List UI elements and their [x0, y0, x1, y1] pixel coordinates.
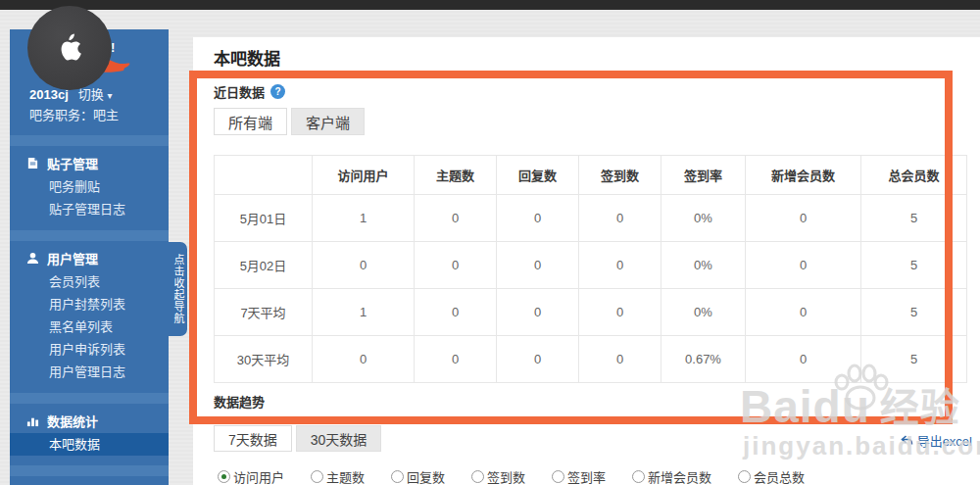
- role-label: 吧务职务：吧主: [29, 105, 119, 123]
- row-label: 5月01日: [215, 195, 313, 242]
- sidebar-item-delete-posts[interactable]: 吧务删贴: [10, 175, 169, 198]
- client-tabs: 所有端 客户端: [214, 108, 365, 135]
- cell: 0: [746, 195, 861, 242]
- top-bar: [0, 0, 980, 10]
- cell: 0.67%: [662, 336, 746, 383]
- cell: 0: [497, 336, 579, 383]
- cell: 1: [313, 195, 415, 242]
- cell: 0: [497, 242, 579, 289]
- sidebar-item-post-management[interactable]: 贴子管理: [10, 151, 169, 175]
- export-arrow-icon: [901, 435, 913, 447]
- radio-icon: [552, 470, 564, 483]
- table-row: 7天平均 1 0 0 0 0% 0 5: [215, 289, 967, 336]
- cell: 0: [415, 195, 497, 242]
- sidebar: 你好! 2013cj切换 ▾ 吧务职务：吧主 贴子管理 吧务删贴 贴子管理日志 …: [10, 29, 169, 485]
- sidebar-section-users: 用户管理 会员列表 用户封禁列表 黑名单列表 用户申诉列表 用户管理日志: [10, 241, 169, 393]
- cell: 0%: [662, 242, 746, 289]
- sidebar-item-member-list[interactable]: 会员列表: [10, 270, 169, 293]
- cell: 0: [497, 195, 579, 242]
- sidebar-item-ban-list[interactable]: 用户封禁列表: [10, 293, 169, 315]
- cell: 5: [861, 195, 967, 242]
- radio-replies[interactable]: 回复数: [391, 467, 445, 485]
- trend-tabs: 7天数据 30天数据: [214, 425, 381, 452]
- cell: 5: [861, 289, 967, 336]
- table-row: 30天平均 0 0 0 0 0.67% 0 5: [215, 336, 967, 383]
- radio-topics[interactable]: 主题数: [311, 467, 365, 485]
- header-replies: 回复数: [497, 156, 579, 195]
- radio-icon: [471, 470, 484, 483]
- radio-checkins[interactable]: 签到数: [471, 467, 525, 485]
- cell: 0: [415, 336, 497, 383]
- cell: 0: [746, 289, 861, 336]
- header-checkin-rate: 签到率: [662, 156, 746, 195]
- header-visitors: 访问用户: [313, 156, 415, 195]
- tab-30day-data[interactable]: 30天数据: [296, 425, 382, 452]
- sidebar-item-user-management[interactable]: 用户管理: [10, 246, 169, 270]
- header-topics: 主题数: [415, 156, 497, 195]
- cell: 0: [497, 289, 579, 336]
- trend-heading: 数据趋势: [214, 392, 265, 411]
- help-icon[interactable]: ?: [270, 84, 285, 99]
- recent-data-table: 访问用户 主题数 回复数 签到数 签到率 新增会员数 总会员数 5月01日 1 …: [214, 155, 967, 383]
- sidebar-item-post-log[interactable]: 贴子管理日志: [10, 198, 169, 220]
- tab-7day-data[interactable]: 7天数据: [214, 425, 292, 452]
- sidebar-item-resource-management[interactable]: 资源区管理: [10, 481, 169, 485]
- sidebar-section-posts: 贴子管理 吧务删贴 贴子管理日志: [10, 146, 169, 230]
- tab-app-client[interactable]: 客户端: [291, 108, 365, 135]
- radio-icon: [218, 470, 230, 483]
- sidebar-item-user-log[interactable]: 用户管理日志: [10, 361, 169, 383]
- header-empty: [215, 156, 313, 195]
- avatar: [27, 6, 112, 90]
- cell: 0: [746, 242, 861, 289]
- header-new-members: 新增会员数: [746, 156, 861, 195]
- chart-icon: [26, 414, 39, 427]
- recent-data-heading: 近日数据 ?: [214, 82, 285, 101]
- cell: 0: [313, 336, 415, 383]
- document-icon: [26, 157, 39, 170]
- radio-icon: [311, 470, 323, 483]
- cell: 1: [313, 289, 415, 336]
- cell: 5: [861, 242, 967, 289]
- radio-icon: [632, 470, 645, 483]
- apple-logo-icon: [57, 33, 82, 63]
- header-checkins: 签到数: [579, 156, 662, 195]
- sidebar-section-resources: 资源区管理 图册精品回收站: [10, 476, 169, 485]
- cell: 0: [415, 242, 497, 289]
- sidebar-item-blacklist[interactable]: 黑名单列表: [10, 315, 169, 338]
- table-row: 5月02日 0 0 0 0 0% 0 5: [215, 242, 967, 289]
- cell: 0%: [662, 195, 746, 242]
- cell: 0: [313, 242, 415, 289]
- main-panel: 本吧数据 近日数据 ? 所有端 客户端 访问用户 主题数 回复数 签到数 签到率…: [193, 37, 980, 485]
- radio-checkin-rate[interactable]: 签到率: [552, 467, 606, 485]
- sidebar-item-forum-data[interactable]: 本吧数据: [10, 433, 169, 456]
- radio-visitors[interactable]: 访问用户: [218, 467, 284, 485]
- cell: 0: [746, 336, 861, 383]
- sidebar-item-data-statistics[interactable]: 数据统计: [10, 409, 169, 433]
- collapse-nav-tab[interactable]: 点击收起导航: [169, 242, 187, 336]
- cell: 0: [579, 336, 662, 383]
- metric-radio-group: 访问用户 主题数 回复数 签到数 签到率 新增会员数 会员总数: [218, 467, 805, 485]
- cell: 0: [579, 242, 662, 289]
- tab-all-clients[interactable]: 所有端: [214, 108, 287, 135]
- radio-icon: [391, 470, 404, 483]
- header-total-members: 总会员数: [861, 156, 967, 195]
- cell: 0: [579, 195, 662, 242]
- cell: 0: [415, 289, 497, 336]
- sidebar-section-stats: 数据统计 本吧数据: [10, 404, 169, 465]
- page-title: 本吧数据: [214, 45, 280, 70]
- export-excel-link[interactable]: 导出excel: [901, 431, 972, 450]
- row-label: 30天平均: [215, 336, 313, 383]
- sidebar-item-appeal-list[interactable]: 用户申诉列表: [10, 338, 169, 361]
- cell: 0: [579, 289, 662, 336]
- row-label: 7天平均: [215, 289, 313, 336]
- switch-forum-button[interactable]: 切换 ▾: [78, 87, 113, 102]
- table-row: 5月01日 1 0 0 0 0% 0 5: [215, 195, 967, 242]
- cell: 5: [861, 336, 967, 383]
- row-label: 5月02日: [215, 242, 313, 289]
- radio-total-members[interactable]: 会员总数: [738, 467, 805, 485]
- cell: 0%: [662, 289, 746, 336]
- chevron-down-icon: ▾: [107, 90, 112, 101]
- table-header-row: 访问用户 主题数 回复数 签到数 签到率 新增会员数 总会员数: [215, 156, 967, 195]
- user-icon: [26, 252, 39, 265]
- radio-new-members[interactable]: 新增会员数: [632, 467, 711, 485]
